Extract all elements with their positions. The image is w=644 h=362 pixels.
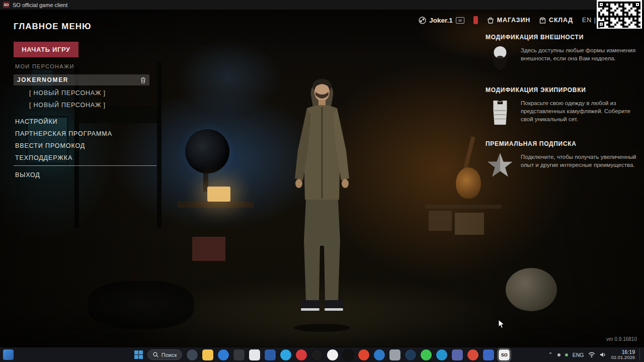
premium-card[interactable]: ПРЕМИАЛЬНАЯ ПОДПИСКА Подключите, чтобы п… (486, 140, 638, 179)
vest-icon (486, 98, 515, 127)
clock[interactable]: 16:19 02.01.2026 (611, 349, 635, 360)
character-name: JOKERNOMER (17, 76, 68, 83)
chevron-up-icon[interactable]: ⌃ (548, 351, 552, 358)
steam-icon (419, 17, 426, 24)
taskbar-app-browser-dark[interactable] (187, 349, 198, 360)
mouse-cursor (498, 319, 505, 331)
taskbar-app-word[interactable] (265, 349, 276, 360)
taskbar-app-settings-dark[interactable] (233, 349, 245, 360)
search-label: Поиск (162, 352, 177, 358)
language-switch[interactable]: EN | (582, 17, 596, 24)
tray-hidden-icon[interactable] (565, 353, 568, 356)
window-title: SO official game client (13, 2, 67, 8)
taskbar-app-vpn[interactable] (483, 349, 494, 360)
scene-crate (192, 237, 225, 261)
scene-sack (506, 268, 557, 311)
tray-hidden-icon[interactable] (557, 353, 560, 356)
taskbar-app-youtube[interactable] (311, 349, 323, 360)
taskbar-app-opera[interactable] (358, 349, 369, 360)
store-label: МАГАЗИН (497, 17, 530, 24)
player-character-model (278, 74, 366, 333)
volume-icon[interactable] (600, 352, 606, 357)
taskbar-app-notepad[interactable] (249, 349, 260, 360)
window-titlebar[interactable]: SO SO official game client (0, 0, 644, 10)
warehouse-label: СКЛАД (549, 17, 573, 24)
scene-shelf (425, 205, 502, 209)
game-viewport: ГЛАВНОЕ МЕНЮ НАЧАТЬ ИГРУ МОИ ПЕРСОНАЖИ J… (0, 10, 644, 347)
menu-divider (14, 165, 156, 166)
taskbar-app-telegram-alt[interactable] (436, 349, 447, 360)
qr-code (597, 0, 642, 29)
show-desktop-button[interactable] (639, 349, 641, 361)
system-tray: ⌃ ENG 16:19 02.01.2026 (548, 349, 641, 361)
menu-item-settings[interactable]: НАСТРОЙКИ (15, 118, 57, 125)
card-description: Подключите, чтобы получать увеличенный о… (521, 152, 638, 179)
qr-finder (634, 2, 640, 8)
scene-box (455, 213, 484, 235)
card-description: Здесь доступны любые формы изменения вне… (521, 45, 638, 73)
taskbar-center: Поиск SO (134, 349, 510, 360)
scene-junk-pile (88, 281, 194, 329)
card-title: ПРЕМИАЛЬНАЯ ПОДПИСКА (486, 140, 638, 147)
taskbar-app-discord[interactable] (452, 349, 463, 360)
taskbar-app-whatsapp[interactable] (421, 349, 432, 360)
keyboard-language[interactable]: ENG (573, 352, 584, 358)
screen: SO SO official game client (0, 0, 644, 362)
scene-bunk-rail (74, 106, 161, 123)
beard-icon (486, 45, 515, 73)
menu-item-partner-program[interactable]: ПАРТНЕРСКАЯ ПРОГРАММА (15, 130, 112, 137)
new-character-button-1[interactable]: [ НОВЫЙ ПЕРСОНАЖ ] (29, 89, 106, 97)
taskbar-app-vk[interactable] (218, 349, 229, 360)
menu-item-promo-code[interactable]: ВВЕСТИ ПРОМОКОД (15, 142, 85, 149)
search-icon (153, 352, 158, 357)
delete-character-button[interactable] (140, 77, 146, 83)
menu-item-support[interactable]: ТЕХПОДДЕРЖКА (15, 154, 72, 161)
qr-finder (598, 2, 604, 8)
taskbar-apps: SO (187, 349, 510, 360)
warehouse-icon (539, 17, 546, 24)
wifi-icon[interactable] (588, 352, 595, 357)
new-character-button-2[interactable]: [ НОВЫЙ ПЕРСОНАЖ ] (29, 102, 106, 109)
page-title: ГЛАВНОЕ МЕНЮ (14, 22, 92, 32)
appearance-card[interactable]: МОДИФИКАЦИЯ ВНЕШНОСТИ Здесь доступны люб… (486, 34, 638, 73)
tray-date: 02.01.2026 (611, 355, 635, 360)
search-input[interactable]: Поиск (147, 349, 182, 360)
store-icon (487, 17, 494, 24)
user-name: Joker.1 (429, 17, 453, 24)
start-game-button[interactable]: НАЧАТЬ ИГРУ (14, 42, 78, 57)
taskbar-app-steam[interactable] (405, 349, 416, 360)
scene-table (177, 202, 254, 208)
equipment-card[interactable]: МОДИФИКАЦИЯ ЭКИПИРОВКИ Покрасьте свою од… (486, 86, 638, 127)
taskbar-app-camera[interactable] (389, 349, 400, 360)
scene-lamp (207, 187, 230, 202)
menu-item-exit[interactable]: ВЫХОД (15, 171, 40, 178)
taskbar-app-mail[interactable] (467, 349, 478, 360)
start-button[interactable] (134, 350, 143, 359)
store-button[interactable]: МАГАЗИН (487, 17, 530, 24)
version-label: ver 0.9.16810 (606, 336, 637, 342)
qr-finder (598, 21, 604, 27)
taskbar-app-edge[interactable] (374, 349, 385, 360)
scene-bunk-post (157, 62, 162, 228)
guitar-icon (456, 167, 481, 199)
taskbar-app-telegram[interactable] (280, 349, 291, 360)
star-icon (486, 152, 515, 179)
card-title: МОДИФИКАЦИЯ ЭКИПИРОВКИ (486, 86, 638, 94)
widgets-icon[interactable] (3, 349, 14, 360)
my-characters-label: МОИ ПЕРСОНАЖИ (15, 63, 74, 69)
taskbar-app-yandex-search[interactable] (327, 349, 338, 360)
info-panels: МОДИФИКАЦИЯ ВНЕШНОСТИ Здесь доступны люб… (486, 34, 638, 179)
notification-badge[interactable] (473, 16, 478, 24)
scene-gramophone-horn (185, 129, 229, 173)
app-icon: SO (3, 2, 10, 8)
taskbar-app-so-game-client[interactable]: SO (499, 349, 510, 360)
account-bar: Joker.1 id МАГАЗИН СКЛАД EN | (419, 16, 596, 24)
steam-user[interactable]: Joker.1 id (419, 17, 464, 24)
taskbar-app-file-explorer[interactable] (202, 349, 213, 360)
id-card-icon[interactable]: id (456, 17, 464, 24)
character-row[interactable]: JOKERNOMER (14, 74, 149, 85)
taskbar-app-youtube-music[interactable] (343, 349, 354, 360)
taskbar-app-yandex-browser[interactable] (296, 349, 307, 360)
taskbar: Поиск SO ⌃ ENG 16:19 02.01.2026 (0, 347, 644, 362)
warehouse-button[interactable]: СКЛАД (539, 17, 573, 24)
